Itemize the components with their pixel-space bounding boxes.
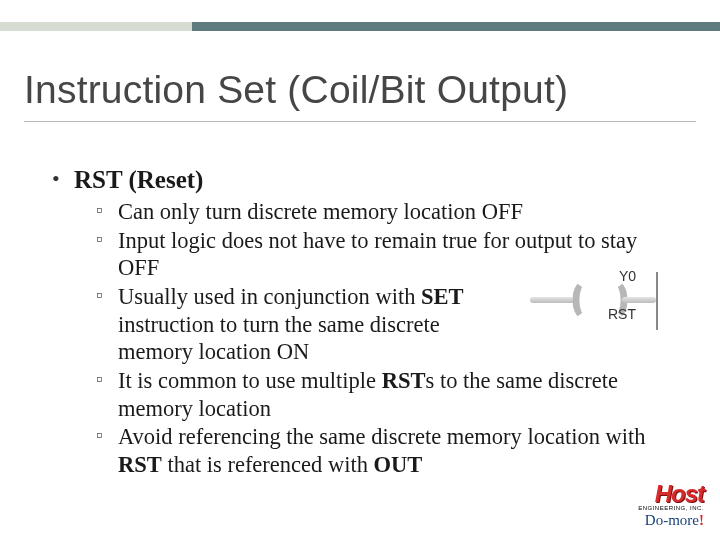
sub-bullet-list: Can only turn discrete memory location O… [52,198,662,479]
main-bullet: RST (Reset) [52,166,662,194]
coil-address-label: Y0 [619,268,636,284]
text-bold-rst: RST [382,368,426,393]
coil-wire-right [622,297,656,303]
logo-exclaim-icon: ! [699,512,704,528]
stripe-dark [192,22,720,31]
text-span: instruction to turn the same discrete me… [118,312,440,365]
footer-logo: Host ENGINEERING, INC. Do-more! [638,482,704,528]
logo-tagline: Do-more! [638,513,704,528]
text-span: Avoid referencing the same discrete memo… [118,424,646,449]
coil-paren-left-icon [572,280,597,320]
stripe-light [0,22,192,31]
top-accent-stripe [0,22,720,32]
sub-item-1: Can only turn discrete memory location O… [96,198,662,226]
text-bold-out: OUT [374,452,423,477]
rst-coil-symbol: Y0 RST [530,272,658,330]
coil-power-rail [656,272,658,330]
sub-item-4: It is common to use multiple RSTs to the… [96,367,662,422]
text-span: that is referenced with [162,452,374,477]
slide-title: Instruction Set (Coil/Bit Output) [24,68,568,112]
coil-wire-left [530,297,576,303]
text-bold-set: SET [421,284,464,309]
logo-brand: Host [638,482,704,506]
text-span: It is common to use multiple [118,368,382,393]
text-bold-rst: RST [118,452,162,477]
title-divider [24,121,696,122]
logo-tag-text: Do-more [645,512,699,528]
logo-subtext: ENGINEERING, INC. [638,505,704,511]
sub-item-5: Avoid referencing the same discrete memo… [96,423,662,478]
coil-instruction-label: RST [608,306,636,322]
text-span: Usually used in conjunction with [118,284,421,309]
slide: Instruction Set (Coil/Bit Output) RST (R… [0,0,720,540]
